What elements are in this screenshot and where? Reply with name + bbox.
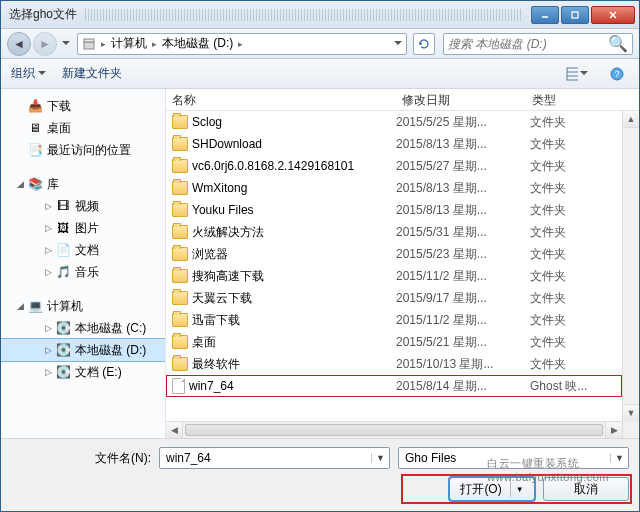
folder-row[interactable]: 桌面2015/5/21 星期...文件夹 bbox=[166, 331, 622, 353]
maximize-button[interactable] bbox=[561, 6, 589, 24]
refresh-button[interactable] bbox=[413, 33, 435, 55]
search-input[interactable] bbox=[444, 37, 604, 51]
file-date: 2015/8/13 星期... bbox=[396, 202, 526, 219]
column-name[interactable]: 名称 bbox=[166, 89, 396, 110]
chevron-down-icon bbox=[38, 71, 46, 79]
file-name: Sclog bbox=[192, 115, 222, 129]
sidebar-recent[interactable]: 📑最近访问的位置 bbox=[1, 139, 165, 161]
file-name: 天翼云下载 bbox=[192, 290, 252, 307]
svg-rect-1 bbox=[572, 12, 578, 18]
folder-row[interactable]: 天翼云下载2015/9/17 星期...文件夹 bbox=[166, 287, 622, 309]
sidebar-pictures[interactable]: ▷🖼图片 bbox=[1, 217, 165, 239]
sidebar-drive-c[interactable]: ▷💽本地磁盘 (C:) bbox=[1, 317, 165, 339]
music-icon: 🎵 bbox=[55, 264, 71, 280]
minimize-button[interactable] bbox=[531, 6, 559, 24]
toolbar: 组织 新建文件夹 ? bbox=[1, 59, 639, 89]
scroll-right-icon[interactable]: ▶ bbox=[605, 422, 622, 438]
folder-icon bbox=[172, 357, 188, 371]
breadcrumb[interactable]: ▸ 计算机 ▸ 本地磁盘 (D:) ▸ bbox=[77, 33, 407, 55]
scroll-left-icon[interactable]: ◀ bbox=[166, 422, 183, 438]
chevron-right-icon: ▸ bbox=[100, 39, 107, 49]
view-options-button[interactable] bbox=[565, 63, 589, 85]
file-date: 2015/8/13 星期... bbox=[396, 180, 526, 197]
downloads-icon: 📥 bbox=[27, 98, 43, 114]
sidebar-drive-e[interactable]: ▷💽文档 (E:) bbox=[1, 361, 165, 383]
open-button[interactable]: 打开(O)▼ bbox=[449, 477, 535, 501]
folder-row[interactable]: vc6.0rj6.0.8168.2.14291681012015/5/27 星期… bbox=[166, 155, 622, 177]
file-date: 2015/9/17 星期... bbox=[396, 290, 526, 307]
folder-row[interactable]: 迅雷下载2015/11/2 星期...文件夹 bbox=[166, 309, 622, 331]
folder-row[interactable]: 浏览器2015/5/23 星期...文件夹 bbox=[166, 243, 622, 265]
back-button[interactable]: ◄ bbox=[7, 32, 31, 56]
sidebar-documents[interactable]: ▷📄文档 bbox=[1, 239, 165, 261]
computer-icon: 💻 bbox=[27, 298, 43, 314]
folder-row[interactable]: 搜狗高速下载2015/11/2 星期...文件夹 bbox=[166, 265, 622, 287]
new-folder-button[interactable]: 新建文件夹 bbox=[62, 65, 122, 82]
chevron-down-icon[interactable]: ▼ bbox=[371, 453, 389, 463]
desktop-icon: 🖥 bbox=[27, 120, 43, 136]
recent-icon: 📑 bbox=[27, 142, 43, 158]
scroll-down-icon[interactable]: ▼ bbox=[623, 404, 639, 421]
pictures-icon: 🖼 bbox=[55, 220, 71, 236]
scroll-thumb[interactable] bbox=[185, 424, 603, 436]
folder-row[interactable]: 火绒解决方法2015/5/31 星期...文件夹 bbox=[166, 221, 622, 243]
sidebar-computer[interactable]: ◢💻计算机 bbox=[1, 295, 165, 317]
folder-row[interactable]: SHDownload2015/8/13 星期...文件夹 bbox=[166, 133, 622, 155]
breadcrumb-root-icon[interactable] bbox=[78, 34, 100, 54]
vertical-scrollbar[interactable]: ▲ ▼ bbox=[622, 111, 639, 438]
chevron-right-icon: ▷ bbox=[45, 323, 55, 333]
file-name: win7_64 bbox=[189, 379, 234, 393]
file-type: 文件夹 bbox=[526, 224, 622, 241]
cancel-button[interactable]: 取消 bbox=[543, 477, 629, 501]
chevron-right-icon: ▷ bbox=[45, 245, 55, 255]
library-icon: 📚 bbox=[27, 176, 43, 192]
file-row[interactable]: win7_642015/8/14 星期...Ghost 映... bbox=[166, 375, 622, 397]
titlebar-grip bbox=[85, 9, 521, 21]
sidebar-library[interactable]: ◢📚库 bbox=[1, 173, 165, 195]
organize-menu[interactable]: 组织 bbox=[11, 65, 46, 82]
folder-icon bbox=[172, 225, 188, 239]
folder-icon bbox=[172, 115, 188, 129]
file-name: 浏览器 bbox=[192, 246, 228, 263]
scroll-up-icon[interactable]: ▲ bbox=[623, 111, 639, 128]
breadcrumb-computer[interactable]: 计算机 bbox=[107, 34, 151, 54]
sidebar-music[interactable]: ▷🎵音乐 bbox=[1, 261, 165, 283]
folder-row[interactable]: 最终软件2015/10/13 星期...文件夹 bbox=[166, 353, 622, 375]
file-type: 文件夹 bbox=[526, 334, 622, 351]
breadcrumb-dropdown[interactable] bbox=[390, 34, 406, 54]
sidebar-drive-d[interactable]: ▷💽本地磁盘 (D:) bbox=[1, 339, 165, 361]
window-title: 选择gho文件 bbox=[1, 6, 77, 23]
filename-input[interactable] bbox=[160, 451, 371, 465]
folder-row[interactable]: WmXitong2015/8/13 星期...文件夹 bbox=[166, 177, 622, 199]
folder-icon bbox=[172, 313, 188, 327]
column-date[interactable]: 修改日期 bbox=[396, 89, 526, 110]
chevron-down-icon bbox=[580, 71, 588, 79]
folder-icon bbox=[172, 203, 188, 217]
breadcrumb-drive-d[interactable]: 本地磁盘 (D:) bbox=[158, 34, 237, 54]
folder-icon bbox=[172, 247, 188, 261]
horizontal-scrollbar[interactable]: ◀ ▶ bbox=[166, 421, 622, 438]
filetype-value[interactable] bbox=[399, 451, 610, 465]
sidebar-videos[interactable]: ▷🎞视频 bbox=[1, 195, 165, 217]
drive-icon: 💽 bbox=[55, 342, 71, 358]
documents-icon: 📄 bbox=[55, 242, 71, 258]
folder-row[interactable]: Youku Files2015/8/13 星期...文件夹 bbox=[166, 199, 622, 221]
chevron-down-icon[interactable]: ▼ bbox=[610, 453, 628, 463]
svg-rect-6 bbox=[567, 68, 578, 80]
filename-combo[interactable]: ▼ bbox=[159, 447, 390, 469]
history-dropdown[interactable] bbox=[59, 32, 73, 56]
file-type: 文件夹 bbox=[526, 114, 622, 131]
help-button[interactable]: ? bbox=[605, 63, 629, 85]
search-box[interactable]: 🔍 bbox=[443, 33, 633, 55]
sidebar-downloads[interactable]: 📥下载 bbox=[1, 95, 165, 117]
sidebar-desktop[interactable]: 🖥桌面 bbox=[1, 117, 165, 139]
folder-row[interactable]: Sclog2015/5/25 星期...文件夹 bbox=[166, 111, 622, 133]
file-date: 2015/8/13 星期... bbox=[396, 136, 526, 153]
filetype-filter[interactable]: ▼ bbox=[398, 447, 629, 469]
close-button[interactable] bbox=[591, 6, 635, 24]
titlebar: 选择gho文件 bbox=[1, 1, 639, 29]
file-type: 文件夹 bbox=[526, 268, 622, 285]
column-type[interactable]: 类型 bbox=[526, 89, 639, 110]
forward-button[interactable]: ► bbox=[33, 32, 57, 56]
file-name: SHDownload bbox=[192, 137, 262, 151]
